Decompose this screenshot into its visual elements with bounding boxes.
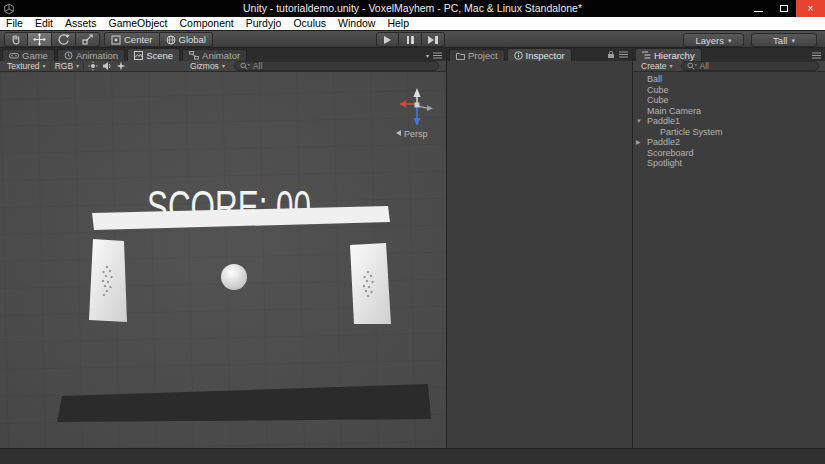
panel-splitter[interactable]: [632, 48, 633, 448]
pivot-toggle-button[interactable]: Center: [104, 32, 160, 47]
render-channel-dropdown[interactable]: RGB ▾: [51, 61, 83, 72]
chevron-down-icon: ▾: [791, 37, 795, 44]
effects-toggle-icon[interactable]: [116, 61, 126, 71]
pause-icon: [406, 36, 415, 44]
menu-edit[interactable]: Edit: [29, 17, 59, 30]
tab-animator[interactable]: Animator: [182, 49, 247, 61]
hierarchy-search-field[interactable]: All: [681, 61, 819, 71]
menu-component[interactable]: Component: [173, 17, 239, 30]
scene-toggles: [84, 61, 130, 71]
ball[interactable]: [221, 264, 247, 290]
rotate-icon: [57, 33, 70, 46]
pane-dropdown-icon[interactable]: ▾: [426, 53, 429, 59]
hand-tool-button[interactable]: [4, 32, 28, 47]
hierarchy-icon: [642, 51, 651, 59]
pivot-label: Center: [124, 34, 153, 45]
hierarchy-toolbar: Create ▾ All: [633, 61, 825, 72]
search-scope-label: All: [253, 62, 262, 71]
folder-icon: [456, 52, 465, 60]
menu-purdyjo[interactable]: Purdyjo: [240, 17, 288, 30]
lock-icon[interactable]: [607, 50, 615, 59]
search-icon: [240, 62, 250, 71]
scale-tool-button[interactable]: [76, 32, 100, 47]
pane-menu-icon[interactable]: [433, 52, 442, 59]
create-menu-button[interactable]: Create ▾: [636, 61, 678, 72]
scene-view-toolbar: Textured ▾ RGB ▾ Gizmos ▾ All: [0, 61, 446, 72]
hierarchy-item-paddle2[interactable]: ▶ Paddle2: [633, 137, 825, 148]
menu-assets[interactable]: Assets: [59, 17, 103, 30]
hierarchy-item-spotlight[interactable]: Spotlight: [633, 158, 825, 169]
menu-help[interactable]: Help: [381, 17, 415, 30]
tab-scene[interactable]: Scene: [127, 48, 180, 61]
step-button[interactable]: [422, 32, 445, 47]
menu-file[interactable]: File: [0, 17, 29, 30]
step-icon: [428, 36, 434, 44]
info-icon: [514, 51, 523, 60]
hierarchy-item-ball[interactable]: Ball: [633, 74, 825, 85]
audio-toggle-icon[interactable]: [102, 61, 112, 71]
minimize-icon: [754, 11, 763, 12]
main-toolbar: Center Global Layers ▾ Tall ▾: [0, 30, 825, 48]
pivot-space-toggles: Center Global: [104, 32, 213, 47]
clock-icon: [64, 51, 73, 60]
play-icon: [384, 36, 391, 44]
play-button[interactable]: [376, 32, 399, 47]
hierarchy-item-particle-system[interactable]: Particle System: [633, 127, 825, 138]
playmode-controls: [376, 32, 445, 47]
tab-game[interactable]: Game: [2, 49, 55, 61]
scene-viewport[interactable]: SCORE: 00: [0, 72, 446, 448]
transform-tools: [4, 32, 100, 47]
pane-menu-icon[interactable]: [812, 52, 821, 59]
scene-search-field[interactable]: All: [234, 61, 439, 71]
maximize-button[interactable]: [771, 0, 796, 17]
hierarchy-item-cube-2[interactable]: Cube: [633, 95, 825, 106]
pane-menu-icon[interactable]: [619, 51, 628, 58]
space-toggle-button[interactable]: Global: [160, 32, 213, 47]
gamepad-icon: [9, 51, 19, 60]
unity-logo-icon: [3, 3, 15, 15]
gizmos-dropdown[interactable]: Gizmos ▾: [186, 61, 229, 72]
move-tool-button[interactable]: [28, 32, 52, 47]
minimize-button[interactable]: [746, 0, 771, 17]
menu-oculus[interactable]: Oculus: [287, 17, 332, 30]
hierarchy-tabbar: Hierarchy: [633, 48, 825, 61]
space-label: Global: [179, 34, 206, 45]
hierarchy-item-main-camera[interactable]: Main Camera: [633, 106, 825, 117]
middle-tabbar: Project Inspector: [447, 48, 632, 61]
rotate-tool-button[interactable]: [52, 32, 76, 47]
lighting-toggle-icon[interactable]: [88, 61, 98, 71]
project-inspector-panel: Project Inspector: [447, 48, 632, 448]
tab-project[interactable]: Project: [449, 49, 505, 61]
foldout-open-icon[interactable]: ▼: [636, 118, 647, 124]
hand-icon: [10, 33, 23, 46]
panel-splitter[interactable]: [446, 48, 447, 448]
foldout-closed-icon[interactable]: ▶: [636, 139, 647, 145]
hierarchy-item-cube[interactable]: Cube: [633, 85, 825, 96]
close-button[interactable]: ×: [796, 0, 825, 17]
hierarchy-panel: Hierarchy Create ▾ All Ball Cube Cube Ma…: [633, 48, 825, 448]
layers-label: Layers: [695, 35, 724, 46]
move-icon: [33, 33, 46, 46]
center-pivot-icon: [111, 35, 121, 45]
layout-label: Tall: [773, 35, 787, 46]
scale-icon: [81, 33, 94, 46]
chevron-down-icon: ▾: [76, 63, 79, 69]
window-title: Unity - tutorialdemo.unity - VoxelMayhem…: [0, 0, 825, 17]
layout-dropdown[interactable]: Tall ▾: [751, 33, 817, 47]
menu-gameobject[interactable]: GameObject: [103, 17, 174, 30]
hierarchy-item-paddle1[interactable]: ▼ Paddle1: [633, 116, 825, 127]
tab-inspector[interactable]: Inspector: [507, 48, 572, 61]
shading-mode-dropdown[interactable]: Textured ▾: [3, 61, 50, 72]
paddle-left[interactable]: [89, 239, 127, 322]
paddle-right[interactable]: [350, 243, 391, 324]
layers-dropdown[interactable]: Layers ▾: [683, 33, 744, 47]
status-bar: [0, 448, 825, 464]
scene-panel: Game Animation Scene Animator ▾ Textured…: [0, 48, 446, 448]
menu-bar: File Edit Assets GameObject Component Pu…: [0, 17, 825, 30]
tab-hierarchy[interactable]: Hierarchy: [635, 48, 702, 61]
pause-button[interactable]: [399, 32, 422, 47]
tab-animation[interactable]: Animation: [57, 49, 125, 61]
hierarchy-item-scoreboard[interactable]: Scoreboard: [633, 148, 825, 159]
chevron-down-icon: ▾: [670, 63, 673, 69]
menu-window[interactable]: Window: [332, 17, 381, 30]
